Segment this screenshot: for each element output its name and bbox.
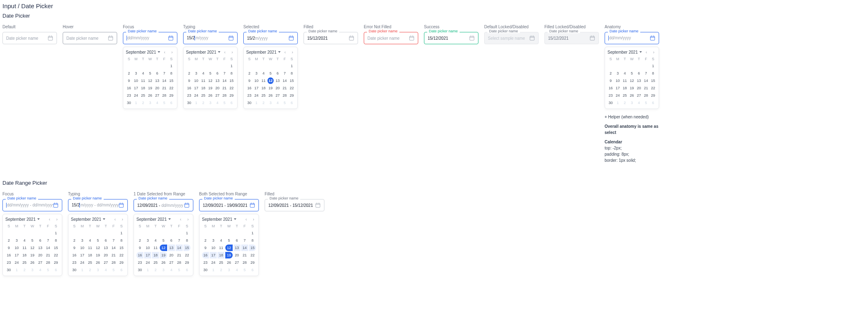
calendar-day[interactable]: 3 xyxy=(133,70,139,77)
calendar-day[interactable]: 11 xyxy=(261,77,267,84)
calendar-day[interactable]: 30 xyxy=(607,100,614,106)
calendar-day[interactable]: 11 xyxy=(622,77,628,84)
calendar-day[interactable]: 3 xyxy=(614,70,621,77)
calendar-day[interactable]: 4 xyxy=(140,70,146,77)
calendar-prev-button[interactable]: ‹ xyxy=(283,50,288,54)
calendar-day-next-month[interactable]: 2 xyxy=(218,267,224,273)
calendar-day[interactable]: 2 xyxy=(126,70,132,77)
calendar-day-next-month[interactable]: 2 xyxy=(86,267,93,273)
calendar-day[interactable]: 29 xyxy=(650,92,656,99)
calendar-prev-button[interactable]: ‹ xyxy=(244,217,249,222)
calendar-day[interactable]: 30 xyxy=(126,100,132,106)
calendar-day[interactable]: 21 xyxy=(176,252,183,258)
calendar-day[interactable]: 7 xyxy=(281,70,288,77)
calendar-day[interactable]: 19 xyxy=(207,85,213,91)
calendar-day[interactable]: 24 xyxy=(79,259,86,266)
calendar-day[interactable]: 28 xyxy=(110,259,117,266)
calendar-day[interactable]: 28 xyxy=(176,259,183,266)
calendar-day-next-month[interactable]: 6 xyxy=(168,100,175,106)
calendar-month-button[interactable]: September 2021 xyxy=(71,217,105,222)
calendar-day[interactable]: 9 xyxy=(126,77,132,84)
calendar-day[interactable]: 24 xyxy=(253,92,259,99)
calendar-day[interactable]: 5 xyxy=(94,237,101,244)
calendar-day[interactable]: 4 xyxy=(261,70,267,77)
calendar-day-next-month[interactable]: 4 xyxy=(37,267,44,273)
calendar-day[interactable]: 12 xyxy=(160,245,167,251)
calendar-next-button[interactable]: › xyxy=(170,50,175,54)
calendar-day[interactable]: 8 xyxy=(289,70,295,77)
calendar-day[interactable]: 6 xyxy=(154,70,160,77)
calendar-day[interactable]: 17 xyxy=(133,85,139,91)
calendar-day[interactable]: 10 xyxy=(144,245,151,251)
calendar-day[interactable]: 3 xyxy=(79,237,86,244)
calendar-day[interactable]: 19 xyxy=(160,252,167,258)
calendar-day-next-month[interactable]: 3 xyxy=(207,100,213,106)
calendar-day-next-month[interactable]: 2 xyxy=(622,100,628,106)
calendar-day[interactable]: 1 xyxy=(184,230,190,236)
calendar-day[interactable]: 8 xyxy=(650,70,656,77)
calendar-month-button[interactable]: September 2021 xyxy=(126,50,160,54)
datepicker-focus[interactable]: Date picker name dd/mm/yyyy xyxy=(123,32,177,44)
calendar-day[interactable]: 27 xyxy=(154,92,160,99)
calendar-day-next-month[interactable]: 6 xyxy=(52,267,59,273)
calendar-day[interactable]: 13 xyxy=(636,77,642,84)
calendar-day[interactable]: 20 xyxy=(214,85,220,91)
calendar-day[interactable]: 29 xyxy=(249,259,256,266)
calendar-day[interactable]: 19 xyxy=(225,252,232,258)
calendar-day-next-month[interactable]: 4 xyxy=(636,100,642,106)
calendar-day[interactable]: 4 xyxy=(622,70,628,77)
calendar-day-next-month[interactable]: 3 xyxy=(147,100,153,106)
calendar-day[interactable]: 13 xyxy=(102,245,109,251)
rangepicker-one-selected[interactable]: Date picker name 12/09/2021 - dd/mm/yyyy xyxy=(134,199,193,211)
calendar-day-next-month[interactable]: 3 xyxy=(629,100,635,106)
calendar-day[interactable]: 5 xyxy=(267,70,274,77)
calendar-day[interactable]: 8 xyxy=(52,237,59,244)
calendar-prev-button[interactable]: ‹ xyxy=(178,217,183,222)
calendar-day-next-month[interactable]: 1 xyxy=(13,267,20,273)
calendar-day-next-month[interactable]: 1 xyxy=(144,267,151,273)
calendar-day[interactable]: 18 xyxy=(21,252,28,258)
calendar-day-next-month[interactable]: 6 xyxy=(229,100,235,106)
calendar-day[interactable]: 2 xyxy=(136,237,143,244)
calendar-day[interactable]: 28 xyxy=(241,259,248,266)
calendar-day[interactable]: 16 xyxy=(71,252,78,258)
calendar-day[interactable]: 29 xyxy=(52,259,59,266)
calendar-day[interactable]: 18 xyxy=(152,252,159,258)
calendar-day-next-month[interactable]: 3 xyxy=(29,267,36,273)
calendar-day[interactable]: 3 xyxy=(13,237,20,244)
calendar-day[interactable]: 1 xyxy=(118,230,125,236)
calendar-day[interactable]: 23 xyxy=(5,259,12,266)
calendar-day[interactable]: 12 xyxy=(267,77,274,84)
datepicker-selected[interactable]: Date picker name 15/2m/yyyy xyxy=(243,32,298,44)
calendar-day[interactable]: 25 xyxy=(261,92,267,99)
rangepicker-typing[interactable]: Date picker name 15/2m/yyyy - dd/mm/yyyy xyxy=(68,199,128,211)
calendar-day[interactable]: 3 xyxy=(210,237,217,244)
calendar-day[interactable]: 3 xyxy=(144,237,151,244)
calendar-day[interactable]: 11 xyxy=(200,77,206,84)
calendar-day[interactable]: 10 xyxy=(79,245,86,251)
calendar-day-next-month[interactable]: 6 xyxy=(184,267,190,273)
calendar-day[interactable]: 22 xyxy=(229,85,235,91)
calendar-day[interactable]: 29 xyxy=(229,92,235,99)
calendar-day[interactable]: 16 xyxy=(5,252,12,258)
calendar-day[interactable]: 25 xyxy=(200,92,206,99)
calendar-day-next-month[interactable]: 1 xyxy=(253,100,259,106)
calendar-day-next-month[interactable]: 4 xyxy=(214,100,220,106)
calendar-day[interactable]: 6 xyxy=(636,70,642,77)
calendar-day[interactable]: 30 xyxy=(71,267,78,273)
calendar-day[interactable]: 16 xyxy=(136,252,143,258)
calendar-day[interactable]: 8 xyxy=(168,70,175,77)
calendar-prev-button[interactable]: ‹ xyxy=(222,50,227,54)
calendar-day[interactable]: 6 xyxy=(102,237,109,244)
calendar-day[interactable]: 12 xyxy=(225,245,232,251)
calendar-day[interactable]: 10 xyxy=(13,245,20,251)
calendar-day[interactable]: 19 xyxy=(267,85,274,91)
calendar-day[interactable]: 10 xyxy=(210,245,217,251)
calendar-day[interactable]: 14 xyxy=(45,245,52,251)
calendar-day[interactable]: 16 xyxy=(126,85,132,91)
calendar-day-next-month[interactable]: 3 xyxy=(160,267,167,273)
calendar-day[interactable]: 17 xyxy=(210,252,217,258)
calendar-day-next-month[interactable]: 2 xyxy=(200,100,206,106)
calendar-day-next-month[interactable]: 6 xyxy=(289,100,295,106)
calendar-day-next-month[interactable]: 2 xyxy=(152,267,159,273)
